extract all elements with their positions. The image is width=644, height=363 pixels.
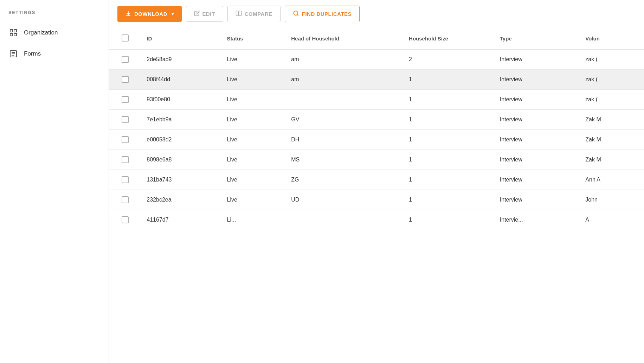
- compare-icon: [236, 10, 242, 18]
- row-household-size: 1: [403, 170, 494, 190]
- row-status: Live: [221, 170, 286, 190]
- edit-button[interactable]: EDIT: [186, 6, 223, 22]
- row-checkbox[interactable]: [122, 156, 129, 163]
- row-head-of-household: DH: [285, 130, 403, 150]
- row-checkbox[interactable]: [122, 56, 129, 63]
- download-button[interactable]: DOWNLOAD ▾: [117, 6, 182, 22]
- row-id: 93f00e80: [141, 90, 221, 110]
- forms-icon: [8, 49, 18, 59]
- row-status: Live: [221, 70, 286, 90]
- svg-rect-0: [10, 30, 13, 32]
- row-volume: zak (: [580, 49, 644, 70]
- row-household-size: 1: [403, 150, 494, 170]
- svg-rect-1: [14, 30, 17, 32]
- row-checkbox[interactable]: [122, 136, 129, 143]
- row-checkbox-cell[interactable]: [109, 190, 141, 210]
- row-checkbox-cell[interactable]: [109, 49, 141, 70]
- toolbar: DOWNLOAD ▾ EDIT COMPARE: [109, 0, 644, 28]
- sidebar: SETTINGS Organization Forms: [0, 0, 109, 363]
- row-head-of-household: [285, 210, 403, 230]
- sidebar-item-organization[interactable]: Organization: [0, 22, 109, 43]
- row-head-of-household: GV: [285, 110, 403, 130]
- row-head-of-household: UD: [285, 190, 403, 210]
- row-head-of-household: [285, 90, 403, 110]
- row-id: 131ba743: [141, 170, 221, 190]
- row-household-size: 1: [403, 110, 494, 130]
- row-status: Live: [221, 150, 286, 170]
- download-label: DOWNLOAD: [134, 11, 167, 17]
- header-status: Status: [221, 28, 286, 49]
- row-checkbox-cell[interactable]: [109, 110, 141, 130]
- table-header-row: ID Status Head of Household Household Si…: [109, 28, 644, 49]
- table-row: 232bc2ea Live UD 1 Interview John: [109, 190, 644, 210]
- row-checkbox[interactable]: [122, 216, 129, 223]
- sidebar-item-organization-label: Organization: [24, 29, 58, 36]
- row-id: 232bc2ea: [141, 190, 221, 210]
- row-head-of-household: ZG: [285, 170, 403, 190]
- row-head-of-household: MS: [285, 150, 403, 170]
- edit-label: EDIT: [202, 11, 215, 17]
- select-all-checkbox[interactable]: [122, 34, 129, 42]
- row-type: Interview: [494, 190, 580, 210]
- row-head-of-household: am: [285, 49, 403, 70]
- sidebar-item-forms[interactable]: Forms: [0, 43, 109, 64]
- find-duplicates-button[interactable]: FIND DUPLICATES: [285, 6, 360, 22]
- row-checkbox-cell[interactable]: [109, 70, 141, 90]
- download-chevron-icon: ▾: [172, 12, 174, 17]
- row-volume: A: [580, 210, 644, 230]
- row-household-size: 2: [403, 49, 494, 70]
- row-status: Live: [221, 110, 286, 130]
- row-id: 2de58ad9: [141, 49, 221, 70]
- row-status: Live: [221, 130, 286, 150]
- row-checkbox[interactable]: [122, 116, 129, 123]
- row-household-size: 1: [403, 70, 494, 90]
- search-icon: [293, 10, 299, 18]
- main-content: DOWNLOAD ▾ EDIT COMPARE: [109, 0, 644, 363]
- table-row: 008f44dd Live am 1 Interview zak (: [109, 70, 644, 90]
- header-type: Type: [494, 28, 580, 49]
- row-checkbox-cell[interactable]: [109, 150, 141, 170]
- compare-button[interactable]: COMPARE: [227, 6, 281, 22]
- settings-label: SETTINGS: [0, 0, 109, 22]
- row-id: 8098e6a8: [141, 150, 221, 170]
- row-checkbox-cell[interactable]: [109, 210, 141, 230]
- svg-point-11: [294, 11, 298, 15]
- header-household-size: Household Size: [403, 28, 494, 49]
- svg-line-12: [297, 14, 298, 15]
- table-row: 41167d7 Li... 1 Intervie... A: [109, 210, 644, 230]
- table-row: 7e1ebb9a Live GV 1 Interview Zak M: [109, 110, 644, 130]
- compare-label: COMPARE: [245, 11, 272, 17]
- svg-rect-10: [239, 11, 241, 16]
- row-id: 7e1ebb9a: [141, 110, 221, 130]
- row-type: Intervie...: [494, 210, 580, 230]
- table-row: 2de58ad9 Live am 2 Interview zak (: [109, 49, 644, 70]
- row-checkbox-cell[interactable]: [109, 130, 141, 150]
- row-type: Interview: [494, 49, 580, 70]
- row-checkbox[interactable]: [122, 176, 129, 183]
- svg-rect-2: [10, 33, 13, 36]
- row-id: 41167d7: [141, 210, 221, 230]
- row-checkbox[interactable]: [122, 76, 129, 83]
- row-household-size: 1: [403, 130, 494, 150]
- row-id: 008f44dd: [141, 70, 221, 90]
- svg-rect-9: [236, 11, 238, 16]
- row-checkbox[interactable]: [122, 96, 129, 103]
- row-volume: Zak M: [580, 110, 644, 130]
- row-id: e00058d2: [141, 130, 221, 150]
- table-row: 131ba743 Live ZG 1 Interview Ann A: [109, 170, 644, 190]
- row-checkbox[interactable]: [122, 196, 129, 203]
- grid-icon: [8, 28, 18, 38]
- row-type: Interview: [494, 130, 580, 150]
- row-checkbox-cell[interactable]: [109, 90, 141, 110]
- row-type: Interview: [494, 170, 580, 190]
- row-status: Live: [221, 90, 286, 110]
- row-type: Interview: [494, 110, 580, 130]
- header-checkbox-cell[interactable]: [109, 28, 141, 49]
- data-table: ID Status Head of Household Household Si…: [109, 28, 644, 230]
- row-volume: John: [580, 190, 644, 210]
- row-type: Interview: [494, 90, 580, 110]
- header-head-of-household: Head of Household: [285, 28, 403, 49]
- row-checkbox-cell[interactable]: [109, 170, 141, 190]
- edit-icon: [194, 11, 200, 17]
- row-status: Live: [221, 190, 286, 210]
